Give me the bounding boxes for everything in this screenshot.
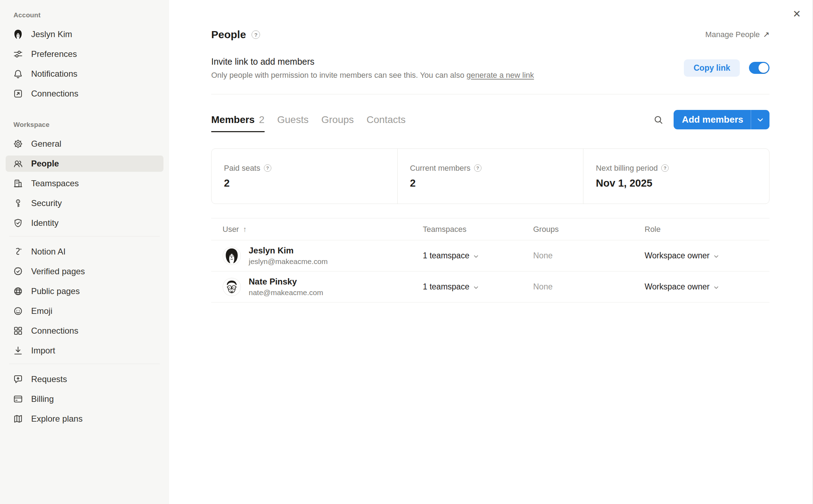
sidebar-item-identity[interactable]: Identity	[6, 215, 163, 231]
gear-icon	[12, 139, 24, 149]
sidebar-item-label: Verified pages	[31, 266, 85, 276]
sidebar-item-label: Public pages	[31, 286, 80, 296]
sidebar-item-teamspaces[interactable]: Teamspaces	[6, 175, 163, 192]
help-circle-icon[interactable]: ?	[264, 164, 271, 172]
add-members-dropdown[interactable]	[751, 110, 769, 129]
close-icon[interactable]: ✕	[793, 9, 801, 19]
toggle-knob	[759, 63, 768, 73]
preferences-icon	[12, 49, 24, 59]
sidebar-item-label: Billing	[31, 394, 54, 404]
tab-guests[interactable]: Guests	[277, 114, 309, 132]
sidebar-item-label: Identity	[31, 218, 58, 228]
sidebar-item-label: Notion AI	[31, 247, 65, 257]
sidebar-divider	[9, 364, 160, 364]
sidebar-item-label: People	[31, 159, 59, 169]
sidebar-item-label: Import	[31, 346, 55, 356]
role-dropdown[interactable]: Workspace owner	[645, 251, 769, 260]
column-header-role: Role	[645, 225, 769, 234]
add-members-button[interactable]: Add members	[674, 110, 769, 129]
chevron-down-icon	[473, 253, 479, 259]
sidebar-item-notifications[interactable]: Notifications	[6, 66, 163, 82]
members-table: User ↑ Teamspaces Groups Role Jeslyn Kim…	[211, 218, 769, 303]
sidebar-item-connections-account[interactable]: Connections	[6, 86, 163, 102]
column-header-groups: Groups	[533, 225, 645, 234]
manage-people-link[interactable]: Manage People ↗	[705, 30, 769, 39]
sidebar-item-label: Requests	[31, 374, 67, 384]
sidebar-item-label: Security	[31, 198, 62, 208]
sidebar-item-people[interactable]: People	[6, 156, 163, 172]
sidebar-item-emoji[interactable]: Emoji	[6, 303, 163, 319]
sidebar-item-account-profile[interactable]: Jeslyn Kim	[6, 26, 163, 42]
chevron-down-icon	[713, 285, 719, 291]
tab-contacts[interactable]: Contacts	[367, 114, 406, 132]
generate-new-link[interactable]: generate a new link	[467, 71, 534, 80]
invite-link-title: Invite link to add members	[211, 56, 534, 67]
sidebar-item-notion-ai[interactable]: Notion AI	[6, 244, 163, 260]
chevron-down-icon	[713, 253, 719, 259]
teamspaces-dropdown[interactable]: 1 teamspace	[423, 282, 533, 292]
member-email: jeslyn@makeacme.com	[249, 257, 328, 266]
sidebar-divider	[9, 236, 160, 236]
tab-members[interactable]: Members 2	[211, 114, 265, 132]
members-count-badge: 2	[259, 114, 265, 125]
sidebar-item-security[interactable]: Security	[6, 195, 163, 211]
shield-check-icon	[12, 218, 24, 228]
sort-ascending-icon: ↑	[243, 225, 247, 234]
help-circle-icon[interactable]: ?	[252, 30, 260, 39]
sidebar-item-requests[interactable]: Requests	[6, 371, 163, 387]
help-circle-icon[interactable]: ?	[474, 164, 482, 172]
map-icon	[12, 414, 24, 424]
verified-badge-icon	[12, 266, 24, 277]
copy-link-button[interactable]: Copy link	[684, 59, 740, 77]
help-circle-icon[interactable]: ?	[661, 164, 669, 172]
globe-icon	[12, 286, 24, 297]
settings-sidebar: Account Jeslyn Kim Preferences Notificat…	[0, 0, 169, 504]
bell-icon	[12, 69, 24, 79]
invite-link-description: Only people with permission to invite me…	[211, 71, 534, 80]
sidebar-item-label: General	[31, 139, 61, 149]
arrow-up-right-box-icon	[12, 88, 24, 99]
people-icon	[12, 158, 24, 169]
column-header-teamspaces: Teamspaces	[423, 225, 533, 234]
sidebar-item-billing[interactable]: Billing	[6, 391, 163, 407]
sidebar-item-connections-workspace[interactable]: Connections	[6, 323, 163, 339]
buildings-icon	[12, 178, 24, 189]
sidebar-item-explore-plans[interactable]: Explore plans	[6, 411, 163, 427]
teamspaces-dropdown[interactable]: 1 teamspace	[423, 251, 533, 260]
sidebar-section-account: Account	[13, 11, 163, 19]
role-dropdown[interactable]: Workspace owner	[645, 282, 769, 292]
groups-value: None	[533, 251, 645, 260]
sidebar-item-label: Connections	[31, 89, 78, 99]
stat-next-billing: Next billing period ? Nov 1, 2025	[583, 149, 769, 204]
table-row: Jeslyn Kim jeslyn@makeacme.com 1 teamspa…	[211, 240, 769, 271]
sidebar-item-verified-pages[interactable]: Verified pages	[6, 263, 163, 280]
search-icon[interactable]	[653, 115, 664, 125]
sidebar-item-label: Teamspaces	[31, 178, 79, 188]
table-row: Nate Pinsky nate@makeacme.com 1 teamspac…	[211, 271, 769, 303]
sidebar-item-preferences[interactable]: Preferences	[6, 46, 163, 62]
groups-value: None	[533, 282, 645, 292]
sidebar-item-general[interactable]: General	[6, 136, 163, 152]
chevron-down-icon	[756, 116, 764, 124]
sidebar-item-label: Explore plans	[31, 414, 82, 424]
member-name: Nate Pinsky	[249, 277, 323, 287]
next-billing-value: Nov 1, 2025	[596, 177, 769, 189]
invite-link-toggle[interactable]	[749, 62, 769, 74]
stat-paid-seats: Paid seats ? 2	[212, 149, 397, 204]
column-header-user[interactable]: User ↑	[211, 225, 423, 234]
people-tabs: Members 2 Guests Groups Contacts	[211, 114, 406, 132]
sidebar-section-workspace: Workspace	[13, 121, 163, 129]
sidebar-item-label: Preferences	[31, 49, 77, 59]
people-settings-panel: ✕ People ? Manage People ↗ Invite link t…	[169, 0, 813, 504]
download-icon	[12, 345, 24, 356]
sidebar-item-label: Connections	[31, 326, 78, 336]
section-divider	[211, 94, 769, 94]
sidebar-item-public-pages[interactable]: Public pages	[6, 283, 163, 299]
jeslyn-avatar-small	[12, 28, 24, 40]
sidebar-item-import[interactable]: Import	[6, 342, 163, 359]
key-icon	[12, 198, 24, 209]
page-title: People	[211, 29, 246, 41]
tab-groups[interactable]: Groups	[321, 114, 354, 132]
smiley-icon	[12, 306, 24, 316]
paid-seats-value: 2	[224, 177, 397, 189]
